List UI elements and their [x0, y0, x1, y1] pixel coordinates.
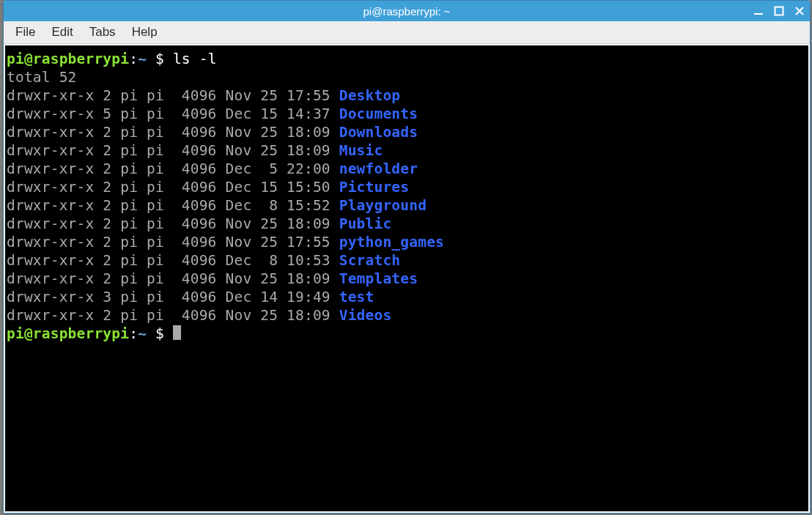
menu-tabs[interactable]: Tabs — [82, 23, 123, 42]
cursor-block — [173, 325, 181, 340]
directory-name: Desktop — [339, 87, 401, 104]
maximize-button[interactable] — [772, 4, 786, 18]
listing-row: drwxr-xr-x 3 pi pi 4096 Dec 14 19:49 tes… — [7, 288, 807, 306]
directory-name: python_games — [339, 234, 444, 251]
directory-name: Templates — [339, 270, 418, 287]
prompt-path: ~ — [138, 325, 147, 342]
directory-name: test — [339, 289, 374, 305]
directory-name: Playground — [339, 197, 427, 214]
listing-row: drwxr-xr-x 2 pi pi 4096 Nov 25 18:09 Tem… — [7, 270, 807, 288]
minimize-button[interactable] — [751, 4, 766, 18]
listing-row: drwxr-xr-x 2 pi pi 4096 Nov 25 18:09 Pub… — [7, 215, 807, 233]
directory-name: Public — [339, 215, 392, 232]
listing-row: drwxr-xr-x 2 pi pi 4096 Nov 25 17:55 pyt… — [7, 233, 807, 251]
minimize-icon — [753, 6, 764, 16]
prompt-symbol: $ — [147, 325, 173, 342]
prompt-path: ~ — [138, 51, 147, 67]
directory-name: newfolder — [339, 160, 418, 177]
titlebar[interactable]: pi@raspberrypi: ~ — [4, 1, 810, 21]
directory-name: Pictures — [339, 179, 410, 196]
maximize-icon — [774, 6, 784, 16]
prompt-colon: : — [129, 51, 138, 67]
window-controls — [751, 1, 807, 21]
listing-row: drwxr-xr-x 2 pi pi 4096 Nov 25 18:09 Mus… — [7, 141, 807, 160]
prompt-symbol: $ — [147, 51, 173, 67]
menu-edit[interactable]: Edit — [44, 23, 80, 42]
menu-file[interactable]: File — [8, 23, 43, 42]
window-title: pi@raspberrypi: ~ — [363, 5, 450, 18]
menubar: File Edit Tabs Help — [4, 21, 810, 44]
listing-row: drwxr-xr-x 2 pi pi 4096 Nov 25 18:09 Vid… — [7, 306, 807, 325]
directory-name: Videos — [339, 307, 392, 324]
terminal-container: pi@raspberrypi:~ $ ls -ltotal 52drwxr-xr… — [4, 44, 810, 513]
terminal-window: pi@raspberrypi: ~ File Edit Tabs Help pi… — [3, 0, 811, 514]
total-line: total 52 — [7, 68, 807, 86]
close-button[interactable] — [792, 4, 807, 18]
prompt-user-host: pi@raspberrypi — [7, 51, 129, 67]
prompt-colon: : — [129, 325, 138, 342]
command-text: ls -l — [173, 51, 217, 67]
prompt-line: pi@raspberrypi:~ $ ls -l — [7, 50, 807, 68]
listing-row: drwxr-xr-x 2 pi pi 4096 Dec 8 15:52 Play… — [7, 196, 807, 215]
listing-row: drwxr-xr-x 2 pi pi 4096 Dec 5 22:00 newf… — [7, 160, 807, 178]
directory-name: Scratch — [339, 252, 401, 269]
listing-row: drwxr-xr-x 2 pi pi 4096 Nov 25 18:09 Dow… — [7, 123, 807, 141]
prompt-user-host: pi@raspberrypi — [7, 325, 129, 342]
close-icon — [794, 6, 805, 16]
directory-name: Documents — [339, 105, 418, 122]
listing-row: drwxr-xr-x 2 pi pi 4096 Nov 25 17:55 Des… — [7, 86, 807, 105]
terminal[interactable]: pi@raspberrypi:~ $ ls -ltotal 52drwxr-xr… — [5, 45, 808, 511]
listing-row: drwxr-xr-x 5 pi pi 4096 Dec 15 14:37 Doc… — [7, 105, 807, 123]
listing-row: drwxr-xr-x 2 pi pi 4096 Dec 15 15:50 Pic… — [7, 178, 807, 196]
svg-rect-0 — [754, 13, 763, 15]
menu-help[interactable]: Help — [125, 23, 165, 42]
listing-row: drwxr-xr-x 2 pi pi 4096 Dec 8 10:53 Scra… — [7, 251, 807, 270]
directory-name: Music — [339, 142, 383, 159]
svg-rect-1 — [775, 7, 783, 15]
prompt-line-empty: pi@raspberrypi:~ $ — [7, 325, 807, 343]
directory-name: Downloads — [339, 124, 418, 141]
